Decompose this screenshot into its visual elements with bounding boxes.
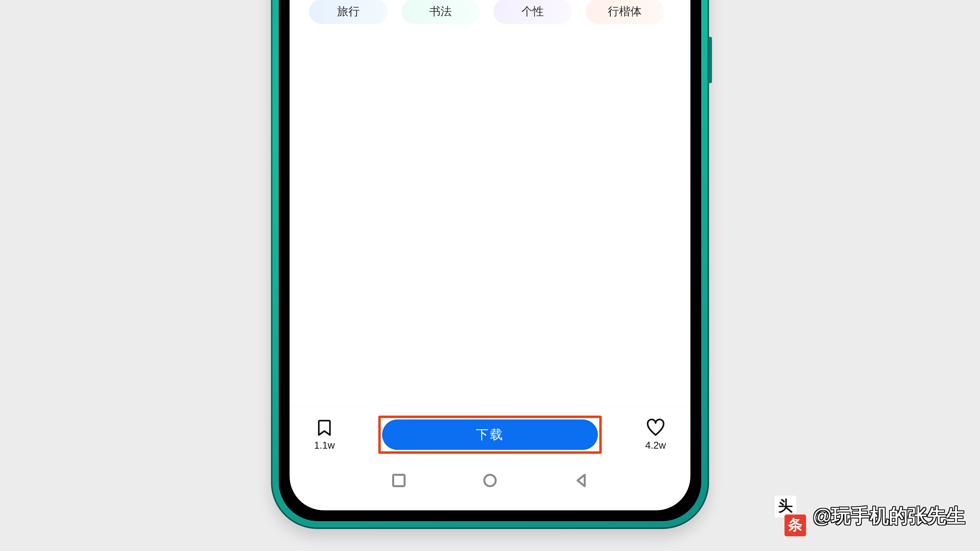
bookmark-count: 1.1w bbox=[314, 440, 335, 451]
like-button[interactable]: 4.2w bbox=[645, 418, 666, 451]
logo-bottom: 条 bbox=[784, 514, 806, 536]
phone-frame: 字体为黑色，样本仅供参考 具体以实际效果为准 方正新舒体 评论 (290) 旅行… bbox=[271, 0, 709, 529]
nav-back-button[interactable] bbox=[573, 472, 590, 490]
phone-bezel: 字体为黑色，样本仅供参考 具体以实际效果为准 方正新舒体 评论 (290) 旅行… bbox=[279, 0, 701, 521]
toutiao-logo: 头 条 bbox=[775, 495, 806, 536]
tag-label: 行楷体 bbox=[608, 4, 642, 19]
action-bar: 1.1w 下载 4.2w bbox=[290, 406, 690, 463]
circle-icon bbox=[481, 472, 499, 489]
tag-row: 旅行 书法 个性 行楷体 bbox=[309, 0, 664, 24]
tag-label: 个性 bbox=[521, 4, 544, 19]
app-content: 字体为黑色，样本仅供参考 具体以实际效果为准 方正新舒体 评论 (290) 旅行… bbox=[290, 0, 690, 510]
tag-calligraphy[interactable]: 书法 bbox=[401, 0, 480, 24]
logo-top: 头 bbox=[775, 495, 796, 518]
tag-running-script[interactable]: 行楷体 bbox=[585, 0, 664, 24]
svg-rect-0 bbox=[393, 475, 405, 486]
like-count: 4.2w bbox=[645, 440, 666, 451]
bookmark-button[interactable]: 1.1w bbox=[314, 418, 335, 451]
download-button[interactable]: 下载 bbox=[382, 419, 598, 450]
nav-home-button[interactable] bbox=[481, 472, 499, 490]
bookmark-icon bbox=[315, 418, 334, 437]
tag-label: 书法 bbox=[429, 4, 452, 19]
watermark: 头 条 @玩手机的张先生 bbox=[775, 495, 965, 536]
svg-point-1 bbox=[484, 475, 496, 486]
tag-label: 旅行 bbox=[337, 4, 360, 19]
android-nav-bar bbox=[290, 466, 690, 495]
tag-personality[interactable]: 个性 bbox=[493, 0, 572, 24]
download-label: 下载 bbox=[476, 426, 504, 443]
nav-recent-button[interactable] bbox=[390, 472, 407, 490]
heart-icon bbox=[646, 418, 665, 437]
triangle-back-icon bbox=[573, 472, 590, 489]
tag-travel[interactable]: 旅行 bbox=[309, 0, 388, 24]
phone-screen: 字体为黑色，样本仅供参考 具体以实际效果为准 方正新舒体 评论 (290) 旅行… bbox=[290, 0, 690, 510]
square-icon bbox=[390, 472, 407, 489]
watermark-handle: @玩手机的张先生 bbox=[813, 503, 965, 529]
download-highlight-box: 下载 bbox=[378, 416, 602, 454]
